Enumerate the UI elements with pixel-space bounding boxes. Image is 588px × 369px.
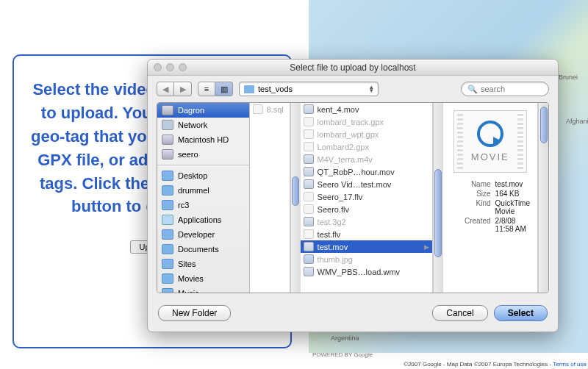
dialog-button-bar: New Folder Cancel Select — [148, 299, 558, 332]
video-file-icon — [304, 179, 314, 189]
sidebar-item[interactable]: Developer — [157, 227, 249, 242]
sidebar-item-label: Network — [178, 121, 207, 129]
file-name: Seero Vid…test.mov — [318, 180, 392, 189]
sidebar-item[interactable]: Dagron — [157, 103, 249, 118]
folder-icon — [162, 185, 173, 196]
cancel-button[interactable]: Cancel — [432, 305, 487, 321]
file-open-dialog: Select file to upload by localhost ◀ ▶ ≡… — [147, 59, 559, 332]
sidebar-item[interactable]: Network — [157, 118, 249, 132]
sidebar-item-label: Movies — [178, 274, 204, 283]
path-popup[interactable]: test_vods ▴▾ — [239, 82, 379, 96]
file-row[interactable]: kent_4.mov — [301, 103, 432, 115]
search-input[interactable] — [481, 85, 543, 93]
file-browser: DagronNetworkMacintosh HDseero Desktopdr… — [157, 102, 549, 293]
file-row[interactable]: test.mov▶ — [301, 240, 432, 253]
sidebar-item[interactable]: seero — [157, 147, 249, 162]
sidebar-item[interactable]: Applications — [157, 212, 249, 227]
file-row[interactable]: Seero Vid…test.mov — [301, 178, 432, 190]
minimize-icon[interactable] — [166, 63, 174, 71]
search-field[interactable]: 🔍 — [461, 82, 549, 96]
sidebar-item-label: Desktop — [178, 171, 207, 180]
folder-icon — [162, 288, 173, 293]
disk-icon — [162, 149, 173, 160]
file-name: thumb.jpg — [318, 255, 353, 264]
sidebar-item[interactable]: Macintosh HD — [157, 132, 249, 147]
sidebar-item[interactable]: Desktop — [157, 168, 249, 183]
file-row[interactable]: Seero.flv — [301, 203, 432, 215]
scrollbar[interactable] — [433, 103, 443, 293]
sidebar-item[interactable]: Music — [157, 286, 249, 293]
sidebar-item-label: Sites — [178, 259, 196, 268]
folder-icon — [162, 229, 173, 240]
select-button[interactable]: Select — [494, 305, 548, 321]
column-view-button[interactable]: ▥ — [215, 82, 233, 96]
dialog-titlebar[interactable]: Select file to upload by localhost — [148, 60, 558, 76]
video-file-icon — [304, 154, 314, 164]
scroll-thumb[interactable] — [540, 107, 548, 143]
zoom-icon[interactable] — [179, 63, 187, 71]
file-row[interactable]: test.flv — [301, 228, 432, 240]
file-name: lombard_track.gpx — [318, 118, 384, 126]
map-terms-link[interactable]: Terms of use — [553, 361, 587, 368]
img-file-icon — [304, 254, 314, 264]
folder-icon — [162, 244, 173, 254]
sidebar-item-label: Documents — [178, 245, 219, 254]
dialog-title: Select file to upload by localhost — [290, 62, 415, 73]
sidebar-item-label: Dagron — [178, 106, 204, 115]
chevron-right-icon: ▶ — [424, 243, 429, 251]
file-icon — [253, 104, 263, 114]
file-row[interactable]: Lombard2.gpx — [301, 140, 432, 153]
column-browser: 8.sql kent_4.movlombard_track.gpxlombard… — [250, 103, 548, 293]
file-row[interactable]: M4V_terra.m4v — [301, 153, 432, 165]
file-name: test.mov — [318, 243, 348, 251]
forward-button[interactable]: ▶ — [174, 82, 192, 96]
new-folder-button[interactable]: New Folder — [158, 305, 231, 321]
file-row[interactable]: lombard_track.gpx — [301, 115, 432, 128]
doc-file-icon — [304, 229, 314, 239]
scrollbar[interactable] — [290, 103, 301, 293]
file-row[interactable]: test.3g2 — [301, 215, 432, 228]
preview-pane: MOVIE Nametest.mov Size164 KB KindQuickT… — [443, 103, 538, 293]
sidebar-item[interactable]: Sites — [157, 257, 249, 271]
columns-icon: ▥ — [220, 85, 228, 94]
search-icon: 🔍 — [467, 85, 478, 94]
doc-file-icon — [304, 117, 314, 126]
doc-file-icon — [304, 129, 314, 139]
scrollbar[interactable] — [538, 103, 548, 293]
back-button[interactable]: ◀ — [157, 82, 174, 96]
sidebar-item-label: Applications — [178, 215, 221, 224]
sidebar-item[interactable]: rc3 — [157, 198, 249, 212]
sidebar-item-label: Macintosh HD — [178, 135, 229, 144]
file-row[interactable]: Seero_17.flv — [301, 190, 432, 203]
folder-icon — [244, 85, 254, 93]
file-name: lombard_wpt.gpx — [318, 130, 379, 139]
close-icon[interactable] — [154, 63, 162, 71]
sidebar-item-label: rc3 — [178, 201, 189, 209]
folder-icon — [162, 200, 173, 210]
file-name: kent_4.mov — [318, 105, 359, 114]
preview-metadata: Nametest.mov Size164 KB KindQuickTime Mo… — [451, 180, 530, 233]
file-name: WMV_PBS…load.wmv — [318, 268, 400, 276]
file-name: Seero.flv — [318, 205, 349, 214]
file-row[interactable]: thumb.jpg — [301, 253, 432, 265]
sidebar-item[interactable]: Movies — [157, 271, 249, 286]
map-label: Argentina — [331, 334, 359, 342]
dialog-toolbar: ◀ ▶ ≡ ▥ test_vods ▴▾ 🔍 — [148, 76, 558, 102]
column-2[interactable]: kent_4.movlombard_track.gpxlombard_wpt.g… — [301, 103, 433, 293]
scroll-thumb[interactable] — [434, 169, 442, 257]
sidebar-item[interactable]: drummel — [157, 183, 249, 198]
net-icon — [162, 120, 173, 130]
list-view-button[interactable]: ≡ — [198, 82, 215, 96]
doc-file-icon — [304, 204, 314, 214]
sidebar-item[interactable]: Documents — [157, 242, 249, 257]
sidebar: DagronNetworkMacintosh HDseero Desktopdr… — [157, 103, 250, 293]
column-1[interactable]: 8.sql — [250, 103, 290, 293]
file-row[interactable]: 8.sql — [250, 103, 290, 115]
sidebar-item-label: drummel — [178, 186, 209, 195]
app-icon — [162, 215, 173, 225]
file-row[interactable]: lombard_wpt.gpx — [301, 128, 432, 140]
file-row[interactable]: WMV_PBS…load.wmv — [301, 265, 432, 278]
scroll-thumb[interactable] — [292, 176, 299, 206]
sidebar-item-label: Music — [178, 289, 199, 293]
file-row[interactable]: QT_RobP…hour.mov — [301, 165, 432, 178]
